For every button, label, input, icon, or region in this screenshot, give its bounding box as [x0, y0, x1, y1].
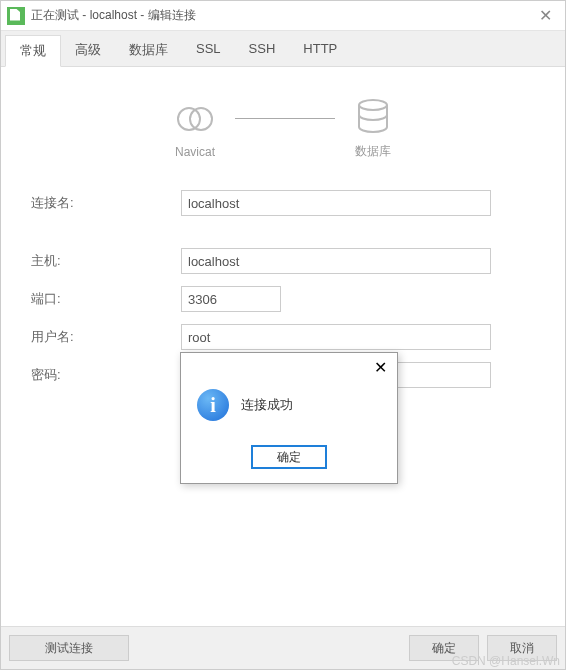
- tab-http[interactable]: HTTP: [289, 35, 351, 66]
- tab-ssh[interactable]: SSH: [235, 35, 290, 66]
- close-icon[interactable]: ✕: [525, 1, 565, 31]
- tab-bar: 常规 高级 数据库 SSL SSH HTTP: [1, 31, 565, 67]
- watermark: CSDN @Hansel.Wn: [452, 654, 560, 668]
- window-title: 正在测试 - localhost - 编辑连接: [31, 7, 525, 24]
- test-connection-button[interactable]: 测试连接: [9, 635, 129, 661]
- connection-name-input[interactable]: [181, 190, 491, 216]
- dialog-message: 连接成功: [241, 396, 293, 414]
- database-icon: 数据库: [355, 97, 391, 160]
- host-label: 主机:: [31, 252, 181, 270]
- tab-general[interactable]: 常规: [5, 35, 61, 67]
- connection-line: [235, 118, 335, 119]
- username-input[interactable]: [181, 324, 491, 350]
- dialog-ok-button[interactable]: 确定: [251, 445, 327, 469]
- titlebar: 正在测试 - localhost - 编辑连接 ✕: [1, 1, 565, 31]
- port-label: 端口:: [31, 290, 181, 308]
- tab-advanced[interactable]: 高级: [61, 35, 115, 66]
- connection-name-label: 连接名:: [31, 194, 181, 212]
- main-window: 正在测试 - localhost - 编辑连接 ✕ 常规 高级 数据库 SSL …: [0, 0, 566, 670]
- tab-ssl[interactable]: SSL: [182, 35, 235, 66]
- username-label: 用户名:: [31, 328, 181, 346]
- tab-database[interactable]: 数据库: [115, 35, 182, 66]
- connection-diagram: Navicat 数据库: [31, 97, 535, 160]
- port-input[interactable]: [181, 286, 281, 312]
- svg-point-2: [359, 100, 387, 110]
- dialog-close-icon[interactable]: ✕: [363, 353, 397, 381]
- host-input[interactable]: [181, 248, 491, 274]
- database-label: 数据库: [355, 143, 391, 160]
- info-icon: i: [197, 389, 229, 421]
- password-label: 密码:: [31, 366, 181, 384]
- content-area: Navicat 数据库 连接名: 主机: 端口:: [1, 67, 565, 626]
- navicat-label: Navicat: [175, 145, 215, 159]
- message-dialog: ✕ i 连接成功 确定: [180, 352, 398, 484]
- navicat-icon: Navicat: [175, 99, 215, 159]
- app-icon: [7, 7, 25, 25]
